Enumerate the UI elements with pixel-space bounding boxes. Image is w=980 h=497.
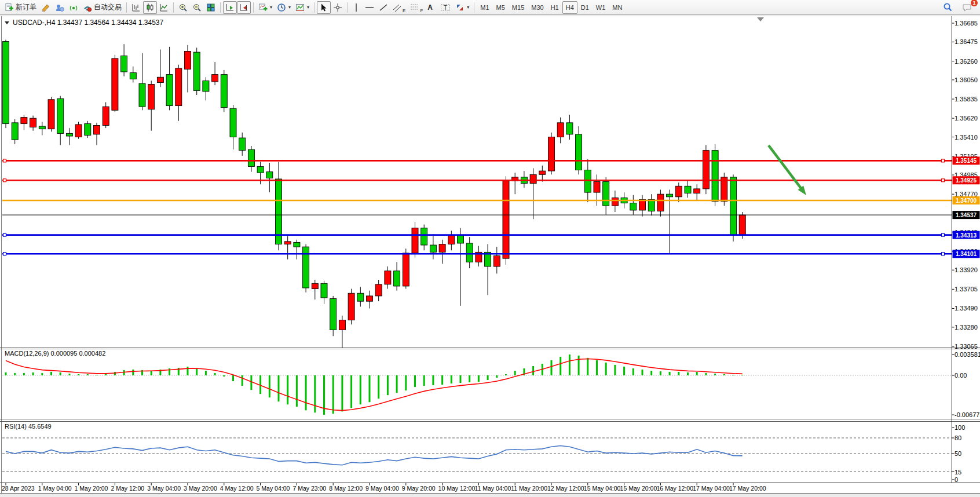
zoom-out-icon xyxy=(192,3,202,12)
timeframe-button-h4[interactable]: H4 xyxy=(562,1,577,14)
market-icon xyxy=(55,3,64,12)
svg-text:16 May 12:00: 16 May 12:00 xyxy=(656,485,693,492)
timeframe-button-w1[interactable]: W1 xyxy=(593,1,609,14)
zoom-group xyxy=(176,1,218,14)
horizontal-line-icon xyxy=(365,3,374,12)
svg-text:1.34537: 1.34537 xyxy=(956,212,977,218)
svg-text:100: 100 xyxy=(955,424,965,431)
trendline-button[interactable] xyxy=(376,1,390,14)
chart-shift-button[interactable] xyxy=(237,1,251,14)
periods-button[interactable]: ▾ xyxy=(275,1,293,14)
svg-text:-0.006775: -0.006775 xyxy=(955,411,980,418)
crosshair-button[interactable] xyxy=(331,1,345,14)
svg-text:RSI(14) 45.6549: RSI(14) 45.6549 xyxy=(5,423,52,430)
arrows-tool-icon xyxy=(455,3,465,12)
arrows-tool-button[interactable]: ▾ xyxy=(453,1,471,14)
indicators-button[interactable]: ▾ xyxy=(256,1,275,14)
auto-scroll-button[interactable] xyxy=(223,1,237,14)
text-tool-button[interactable]: A xyxy=(425,1,438,14)
svg-text:0.003581: 0.003581 xyxy=(955,351,980,358)
drawing-tools-group: E F A T ▾ xyxy=(350,1,471,14)
market-button[interactable] xyxy=(53,1,67,14)
metaeditor-icon xyxy=(41,3,50,12)
timeframe-button-m5[interactable]: M5 xyxy=(493,1,509,14)
scroll-group xyxy=(223,1,251,14)
fibonacci-sub-letter: F xyxy=(420,8,423,13)
templates-button[interactable]: ▾ xyxy=(293,1,312,14)
bar-chart-button[interactable] xyxy=(129,1,143,14)
timeframe-button-m30[interactable]: M30 xyxy=(528,1,547,14)
chart-area[interactable]: MACD(12,26,9) 0.000095 0.000482RSI(14) 4… xyxy=(0,0,980,497)
zoom-in-button[interactable] xyxy=(176,1,190,14)
svg-text:12 May 12:00: 12 May 12:00 xyxy=(547,485,584,492)
timeframe-button-m15[interactable]: M15 xyxy=(509,1,528,14)
autotrading-button[interactable]: 自动交易 xyxy=(81,1,124,14)
svg-text:1.33920: 1.33920 xyxy=(955,266,978,273)
text-label-button[interactable]: T xyxy=(438,1,453,14)
timeframe-button-m1[interactable]: M1 xyxy=(477,1,492,14)
search-button[interactable] xyxy=(941,1,955,14)
new-order-label: 新订单 xyxy=(16,2,36,12)
text-tool-icon: A xyxy=(427,3,433,12)
svg-text:1.36050: 1.36050 xyxy=(955,76,978,83)
timeframe-button-mn[interactable]: MN xyxy=(609,1,626,14)
svg-text:11 May 04:00: 11 May 04:00 xyxy=(474,485,511,492)
clock-icon xyxy=(277,3,286,12)
svg-text:1 May 20:00: 1 May 20:00 xyxy=(75,485,108,492)
svg-text:1.35620: 1.35620 xyxy=(955,115,978,122)
cursor-arrow-icon xyxy=(319,3,328,12)
timeframe-button-d1[interactable]: D1 xyxy=(577,1,593,14)
autotrading-label: 自动交易 xyxy=(94,2,122,12)
trendline-icon xyxy=(379,3,388,12)
zoom-out-button[interactable] xyxy=(190,1,204,14)
line-chart-button[interactable] xyxy=(157,1,171,14)
svg-text:17 May 04:00: 17 May 04:00 xyxy=(693,485,730,492)
svg-text:1.36685: 1.36685 xyxy=(955,20,978,27)
chart-shift-icon xyxy=(239,3,248,12)
svg-text:1.36260: 1.36260 xyxy=(955,58,978,65)
svg-text:28 Apr 2023: 28 Apr 2023 xyxy=(2,485,35,492)
svg-text:T: T xyxy=(444,4,447,10)
svg-text:5 May 04:00: 5 May 04:00 xyxy=(257,485,290,492)
svg-text:0: 0 xyxy=(955,476,958,483)
svg-text:11 May 20:00: 11 May 20:00 xyxy=(511,485,547,492)
horizontal-line-button[interactable] xyxy=(363,1,376,14)
svg-text:9 May 20:00: 9 May 20:00 xyxy=(402,485,436,492)
notifications-button[interactable]: 1 xyxy=(960,1,974,14)
tile-windows-button[interactable] xyxy=(204,1,218,14)
svg-text:1.34313: 1.34313 xyxy=(956,232,977,239)
cursor-button[interactable] xyxy=(317,1,331,14)
search-icon xyxy=(943,2,953,12)
svg-text:80: 80 xyxy=(955,434,961,441)
candlestick-chart-button[interactable] xyxy=(143,1,157,14)
svg-text:50: 50 xyxy=(955,450,961,457)
svg-text:15 May 04:00: 15 May 04:00 xyxy=(584,485,621,492)
line-chart-icon xyxy=(159,3,169,12)
crosshair-icon xyxy=(333,3,342,12)
templates-icon xyxy=(295,3,305,12)
new-order-button[interactable]: 新订单 xyxy=(2,1,39,14)
signals-button[interactable] xyxy=(67,1,81,14)
timeframe-button-h1[interactable]: H1 xyxy=(547,1,562,14)
svg-text:7 May 23:00: 7 May 23:00 xyxy=(292,485,326,492)
text-label-icon: T xyxy=(440,3,451,12)
svg-text:4 May 12:00: 4 May 12:00 xyxy=(220,485,254,492)
fibonacci-button[interactable]: F xyxy=(408,1,425,14)
notification-badge: 1 xyxy=(971,0,978,6)
svg-text:1.33705: 1.33705 xyxy=(955,286,978,293)
svg-text:3 May 04:00: 3 May 04:00 xyxy=(147,485,181,492)
equidistant-channel-button[interactable]: E xyxy=(390,1,408,14)
tile-windows-icon xyxy=(206,3,215,12)
svg-text:17 May 20:00: 17 May 20:00 xyxy=(729,485,766,492)
mt4-window: MACD(12,26,9) 0.000095 0.000482RSI(14) 4… xyxy=(0,0,980,497)
objects-group: ▾ ▾ ▾ xyxy=(256,1,312,14)
svg-text:1.33490: 1.33490 xyxy=(955,305,978,312)
vertical-line-button[interactable] xyxy=(350,1,363,14)
svg-text:10 May 12:00: 10 May 12:00 xyxy=(438,485,476,492)
toolbar: 新订单 自动交易 xyxy=(0,0,980,15)
chart-title: USDCAD-,H4 1.34437 1.34564 1.34434 1.345… xyxy=(5,19,164,27)
autotrading-icon xyxy=(83,3,92,12)
svg-text:8 May 12:00: 8 May 12:00 xyxy=(329,485,363,492)
signals-icon xyxy=(69,3,78,12)
metaeditor-button[interactable] xyxy=(39,1,53,14)
